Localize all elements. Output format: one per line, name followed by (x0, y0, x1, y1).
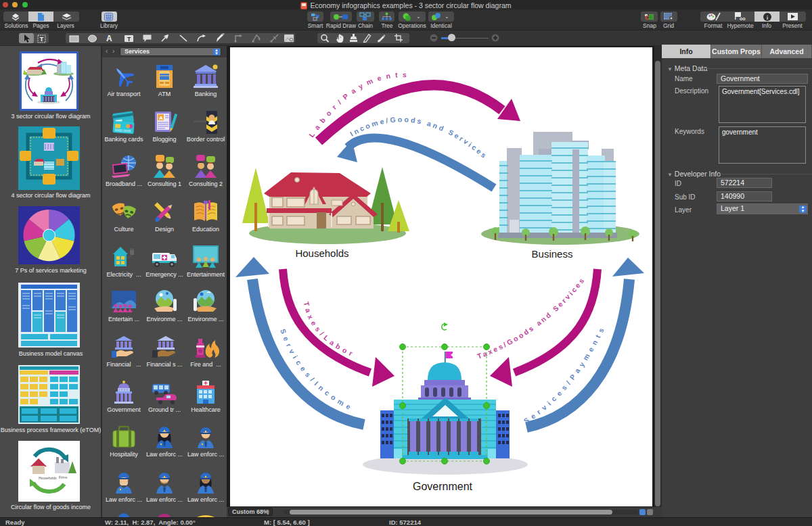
svg-text:A: A (159, 115, 163, 121)
svg-text:Business: Business (532, 248, 573, 260)
svg-text:oo: oo (740, 16, 746, 21)
svg-text:Government: Government (413, 481, 473, 492)
svg-text:C: C (645, 14, 650, 20)
svg-text:Households: Households (39, 476, 57, 480)
svg-text:T: T (127, 36, 131, 43)
svg-text:T: T (40, 36, 44, 43)
svg-text:Firms: Firms (59, 475, 68, 479)
svg-text:Households: Households (295, 247, 348, 259)
svg-text:Taxes/Goods and Services: Taxes/Goods and Services (476, 275, 587, 360)
